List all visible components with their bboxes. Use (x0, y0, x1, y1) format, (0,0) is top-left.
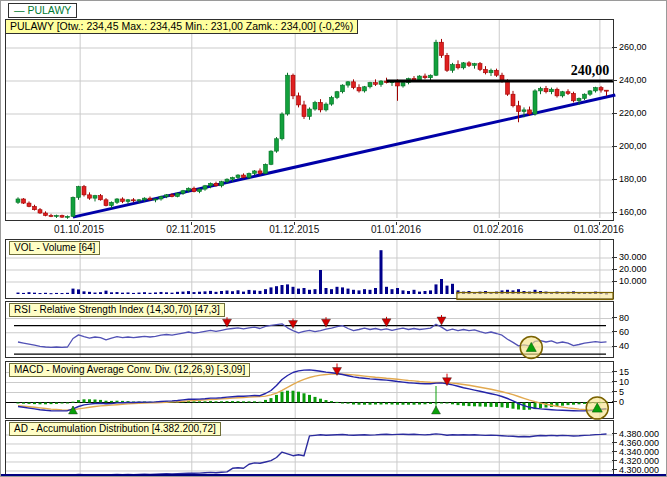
macd-histogram-bar (105, 401, 108, 403)
macd-histogram-bar (264, 400, 267, 403)
volume-bar (319, 270, 322, 294)
stock-chart-window: — PULAWY PULAWY [Otw.: 234,45 Max.: 234,… (0, 0, 667, 477)
candle (55, 215, 59, 216)
candle (473, 64, 477, 66)
candle (16, 199, 20, 202)
rsi-panel[interactable]: RSI - Relative Strength Index (14,30,70)… (5, 301, 614, 358)
candle (379, 81, 383, 84)
volume-bar (407, 291, 410, 294)
volume-bar (105, 291, 108, 294)
volume-bar (369, 290, 372, 294)
macd-histogram-bar (440, 403, 443, 404)
candle (583, 94, 587, 98)
candle (335, 92, 339, 98)
volume-bar (77, 289, 80, 294)
price-annotation-label: 240,00 (571, 63, 610, 78)
volume-bar (347, 289, 350, 294)
candle (451, 65, 455, 71)
ohlc-info-bar: PULAWY [Otw.: 234,45 Max.: 234,45 Min.: … (5, 19, 358, 34)
macd-histogram-bar (55, 403, 58, 404)
axis-label: 20.000 (619, 264, 647, 274)
candle (192, 188, 196, 191)
macd-histogram-bar (605, 402, 608, 403)
macd-histogram-bar (215, 401, 218, 402)
candle (374, 83, 378, 85)
macd-histogram-bar (336, 402, 339, 403)
candle (203, 186, 207, 189)
macd-histogram-bar (39, 403, 42, 405)
volume-bar (418, 292, 421, 294)
macd-histogram-bar (259, 402, 262, 403)
macd-histogram-bar (369, 403, 372, 405)
candle (71, 197, 75, 216)
macd-histogram-bar (429, 403, 432, 404)
ad-panel-label: AD - Accumulation Distribution [4.382.20… (9, 422, 221, 436)
axis-label: 240,00 (619, 75, 647, 85)
axis-label: 4.320.000 (619, 456, 659, 466)
candle (286, 75, 290, 114)
candle (115, 199, 119, 202)
volume-bar (215, 292, 218, 294)
macd-histogram-bar (352, 403, 355, 405)
rsi-panel-label: RSI - Relative Strength Index (14,30,70)… (9, 303, 225, 317)
candle (489, 70, 493, 72)
macd-histogram-bar (297, 392, 300, 403)
volume-bar (220, 291, 223, 294)
volume-bar (44, 293, 47, 294)
macd-histogram-bar (209, 401, 212, 402)
candle (605, 90, 609, 91)
candle (429, 75, 433, 77)
volume-panel-label: VOL - Volume [64] (9, 241, 100, 255)
candle (484, 69, 488, 72)
axis-label: 4.380.000 (619, 429, 659, 439)
price-chart-panel[interactable]: 240,00 (5, 19, 614, 221)
volume-bar (28, 292, 31, 294)
volume-bar (314, 289, 317, 294)
axis-label: 0 (619, 397, 624, 407)
volume-bar (176, 292, 179, 294)
volume-bar (308, 290, 311, 294)
macd-histogram-bar (506, 403, 509, 408)
volume-bar (264, 289, 267, 294)
volume-bar (385, 287, 388, 294)
macd-histogram-bar (385, 403, 388, 405)
candle (93, 196, 97, 198)
volume-bar (198, 292, 201, 294)
volume-bar (451, 284, 454, 294)
price-plot[interactable]: 240,00 (6, 20, 613, 220)
axis-label: 10.000 (619, 276, 647, 286)
volume-bar (204, 291, 207, 294)
candle (170, 195, 174, 197)
candle (33, 206, 37, 209)
volume-bar (303, 288, 306, 294)
volume-bar (429, 290, 432, 294)
volume-bar (33, 293, 36, 294)
macd-histogram-bar (22, 403, 25, 404)
volume-bar (358, 290, 361, 294)
macd-panel[interactable]: MACD - Moving Average Conv. Div. (12,26,… (5, 361, 614, 419)
volume-bar (286, 284, 289, 294)
volume-bar (154, 292, 157, 294)
macd-histogram-bar (380, 403, 383, 405)
volume-bar (83, 291, 86, 294)
macd-histogram-bar (512, 403, 515, 409)
volume-bar (165, 292, 168, 294)
volume-bar (259, 291, 262, 294)
ad-panel[interactable]: AD - Accumulation Distribution [4.382.20… (5, 420, 614, 475)
candle (599, 88, 603, 90)
candle (121, 199, 125, 201)
volume-bar (391, 289, 394, 294)
volume-bar (336, 287, 339, 294)
candle (148, 198, 152, 200)
candle (269, 151, 273, 164)
macd-histogram-bar (501, 403, 504, 408)
ohlc-info-text: PULAWY [Otw.: 234,45 Max.: 234,45 Min.: … (10, 20, 353, 32)
macd-histogram-bar (583, 403, 586, 404)
instrument-legend: — PULAWY (8, 3, 77, 18)
candle (341, 85, 345, 92)
candle (143, 198, 147, 200)
macd-histogram-bar (303, 393, 306, 402)
volume-bar (116, 292, 119, 294)
macd-histogram-bar (72, 402, 75, 403)
volume-panel[interactable]: VOL - Volume [64] (5, 239, 614, 299)
